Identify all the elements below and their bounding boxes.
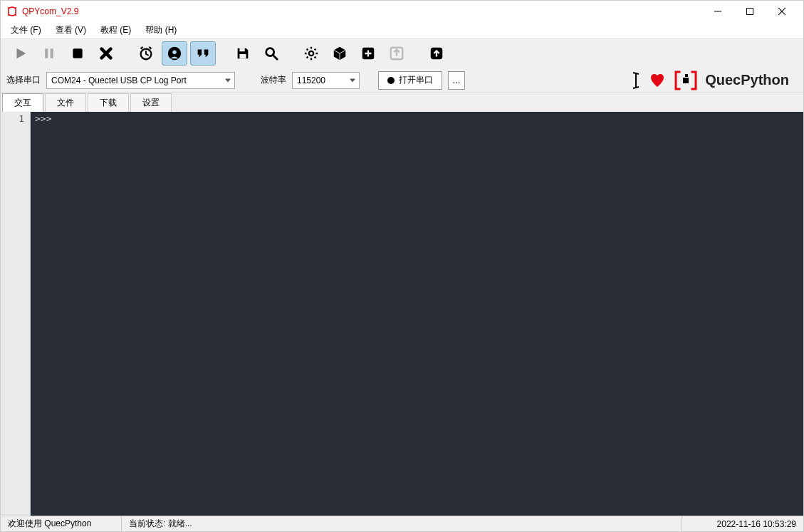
- status-state: 当前状态: 就绪...: [122, 516, 682, 531]
- svg-rect-10: [239, 48, 244, 52]
- status-dot-icon: [387, 77, 395, 84]
- port-select[interactable]: COM24 - Quectel USB CP Log Port: [46, 72, 235, 89]
- run-button[interactable]: [8, 41, 33, 66]
- svg-rect-11: [239, 54, 246, 58]
- line-gutter: 1: [1, 112, 31, 516]
- status-bar: 欢迎使用 QuecPython 当前状态: 就绪... 2022-11-16 1…: [1, 516, 803, 531]
- svg-point-14: [309, 51, 313, 56]
- tabs-bar: 交互 文件 下载 设置: [1, 93, 803, 112]
- status-time: 2022-11-16 10:53:29: [682, 516, 803, 531]
- i-icon: [631, 71, 641, 90]
- svg-point-9: [172, 50, 177, 54]
- title-bar: QPYcom_V2.9: [1, 1, 803, 22]
- search-button[interactable]: [259, 41, 284, 66]
- quote-button[interactable]: [190, 41, 216, 66]
- code-content[interactable]: >>>: [31, 112, 803, 516]
- open-port-button[interactable]: 打开串口: [378, 71, 442, 90]
- svg-line-19: [633, 73, 639, 74]
- menu-file[interactable]: 文件 (F): [4, 22, 48, 38]
- connection-bar: 选择串口 COM24 - Quectel USB CP Log Port 波特率…: [1, 68, 803, 93]
- maximize-button[interactable]: [733, 1, 766, 22]
- menu-tutorial[interactable]: 教程 (E): [93, 22, 138, 38]
- pause-button[interactable]: [36, 41, 62, 66]
- record-button[interactable]: [162, 41, 187, 66]
- svg-rect-5: [51, 48, 53, 58]
- tab-settings[interactable]: 设置: [130, 93, 172, 112]
- brand-text: QuecPython: [705, 72, 789, 88]
- brand-area: QuecPython: [631, 70, 798, 91]
- tab-interact[interactable]: 交互: [2, 93, 43, 112]
- tab-file[interactable]: 文件: [45, 93, 86, 112]
- settings-button[interactable]: [298, 41, 324, 66]
- svg-rect-6: [73, 48, 82, 58]
- svg-rect-21: [683, 78, 689, 83]
- tab-download[interactable]: 下载: [88, 93, 129, 112]
- menu-view[interactable]: 查看 (V): [48, 22, 93, 38]
- editor-area[interactable]: 1 >>>: [1, 112, 803, 516]
- svg-line-13: [273, 56, 278, 60]
- logo-icon: [674, 70, 698, 91]
- close-button[interactable]: [766, 1, 798, 22]
- stop-button[interactable]: [65, 41, 90, 66]
- menu-help[interactable]: 帮助 (H): [138, 22, 184, 38]
- svg-rect-22: [685, 74, 688, 77]
- svg-line-20: [633, 87, 639, 88]
- package-button[interactable]: [327, 41, 353, 66]
- export-button[interactable]: [384, 41, 409, 66]
- upload-button[interactable]: [424, 41, 449, 66]
- cancel-button[interactable]: [93, 41, 119, 66]
- baud-label: 波特率: [261, 74, 286, 86]
- toolbar: [1, 39, 803, 68]
- alarm-button[interactable]: [133, 41, 159, 66]
- heart-icon: [648, 72, 667, 89]
- baud-select[interactable]: 115200: [292, 72, 360, 89]
- app-icon: [6, 6, 18, 17]
- open-port-label: 打开串口: [399, 74, 433, 86]
- line-number: 1: [1, 113, 24, 124]
- port-label: 选择串口: [6, 74, 41, 86]
- add-button[interactable]: [355, 41, 381, 66]
- save-button[interactable]: [230, 41, 256, 66]
- menu-bar: 文件 (F) 查看 (V) 教程 (E) 帮助 (H): [1, 22, 803, 39]
- minimize-button[interactable]: [701, 1, 733, 22]
- svg-rect-4: [45, 48, 48, 58]
- window-title: QPYcom_V2.9: [22, 6, 78, 16]
- status-welcome: 欢迎使用 QuecPython: [1, 516, 122, 531]
- more-button[interactable]: ...: [448, 71, 465, 90]
- svg-rect-1: [746, 9, 753, 15]
